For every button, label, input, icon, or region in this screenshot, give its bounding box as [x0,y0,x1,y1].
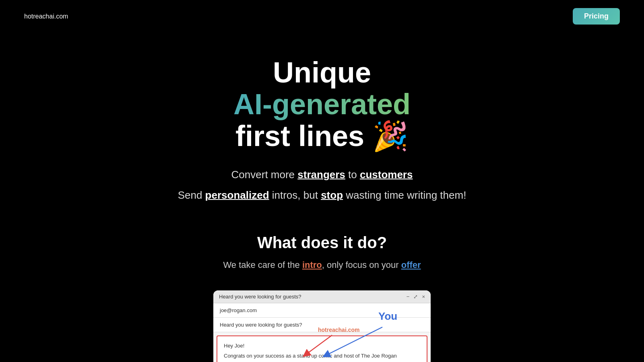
hero-title-line1: Unique [8,57,636,88]
hero-title-line3: first lines 🎉 [8,120,636,152]
minimize-icon[interactable]: − [407,294,410,300]
what-section: What does it do? We take care of the int… [0,214,644,278]
email-body-text: Congrats on your success as a stand up c… [224,352,420,362]
email-from-field: joe@rogan.com [213,303,431,318]
hero-sub1: Convert more strangers to customers [8,169,636,181]
what-subtitle: We take care of the intro, only focus on… [8,260,636,270]
window-title: Heard you were looking for guests? [219,294,407,300]
email-subject-field: Heard you were looking for guests? [213,318,431,332]
email-body: Hey Joe! Congrats on your success as a s… [217,335,427,362]
hero-sub2: Send personalized intros, but stop wasti… [8,189,636,202]
window-controls: − ⤢ × [407,294,425,300]
navbar: hotreachai.com Pricing [0,0,644,33]
close-icon[interactable]: × [422,294,425,300]
email-window: Heard you were looking for guests? − ⤢ ×… [213,290,431,362]
hero-title-line2: AI-generated [8,88,636,120]
logo: hotreachai.com [24,13,68,20]
email-mockup-container: Heard you were looking for guests? − ⤢ ×… [0,290,644,362]
offer-link[interactable]: offer [401,260,421,270]
email-greeting: Hey Joe! [224,342,420,350]
pricing-button[interactable]: Pricing [573,8,620,25]
hero-section: Unique AI-generated first lines 🎉 Conver… [0,33,644,214]
what-title: What does it do? [8,234,636,252]
expand-icon[interactable]: ⤢ [413,294,418,300]
window-titlebar: Heard you were looking for guests? − ⤢ × [213,290,431,303]
intro-link[interactable]: intro [302,260,322,270]
